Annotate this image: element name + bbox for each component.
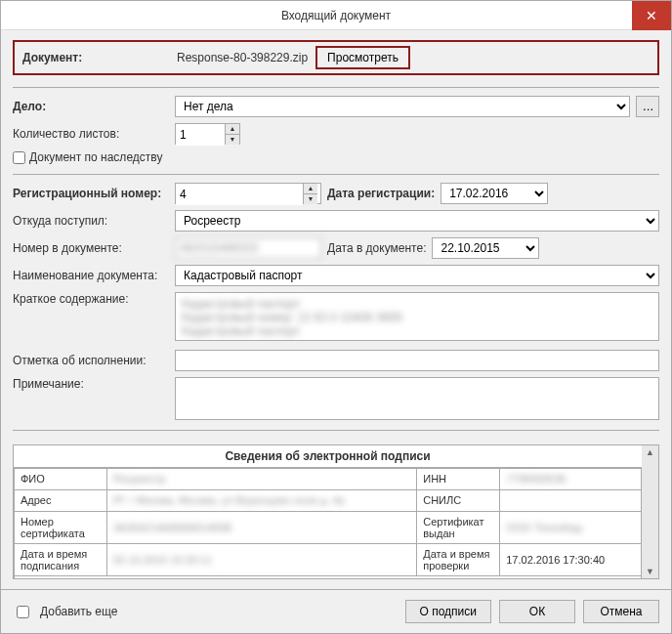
window: Входящий документ ✕ Документ: Response-8… (0, 0, 672, 634)
sig-snils-value (500, 489, 642, 511)
sig-addr-value: РГ г Москва, Москва, ул Воронцово поле д… (113, 494, 345, 506)
signature-scrollbar[interactable]: ▲ ▼ (642, 445, 658, 578)
ok-button[interactable]: ОК (499, 600, 575, 623)
document-file-row: Документ: Response-80-398229.zip Просмот… (13, 40, 659, 75)
close-icon: ✕ (646, 8, 657, 23)
note-label: Примечание: (13, 377, 169, 391)
table-row: Номер сертификата 3A35A21A0000001405B Се… (15, 511, 642, 543)
from-select[interactable]: Росреестр (175, 210, 659, 232)
close-button[interactable]: ✕ (632, 1, 671, 30)
note-textarea[interactable] (175, 377, 659, 420)
table-row: Дата и время подписания 02.10.2015 15:33… (15, 543, 642, 575)
titlebar: Входящий документ ✕ (1, 1, 671, 30)
sig-inn-label: ИНН (417, 468, 500, 489)
docdate-select[interactable]: 22.10.2015 (432, 237, 539, 259)
execution-input[interactable] (175, 350, 659, 371)
docname-select[interactable]: Кадастровый паспорт (175, 265, 659, 286)
sheets-label: Количество листов: (13, 127, 169, 141)
regnum-spinner[interactable]: ▲ ▼ (175, 183, 321, 204)
regdate-label: Дата регистрации: (327, 187, 435, 200)
scroll-up-icon[interactable]: ▲ (646, 445, 654, 459)
sig-inn-value: 7706560536 (506, 473, 566, 485)
case-select[interactable]: Нет дела (175, 96, 630, 117)
sig-checkdate-value: 17.02.2016 17:30:40 (500, 543, 642, 575)
docnum-label: Номер в документе: (13, 241, 169, 255)
about-signature-button[interactable]: О подписи (405, 600, 491, 623)
sig-certnum-label: Номер сертификата (15, 511, 107, 543)
scroll-down-icon[interactable]: ▼ (646, 565, 654, 578)
divider (13, 430, 659, 431)
add-more-label: Добавить еще (40, 605, 117, 618)
view-button[interactable]: Просмотреть (315, 46, 410, 69)
summary-textarea[interactable]: Кадастровый паспорт Кадастровый номер: 2… (175, 292, 659, 341)
sig-addr-label: Адрес (15, 489, 107, 511)
regnum-up-icon[interactable]: ▲ (304, 184, 317, 194)
sig-signdate-value: 02.10.2015 15:33:11 (113, 554, 212, 566)
sheets-up-icon[interactable]: ▲ (226, 124, 239, 135)
regnum-label: Регистрационный номер: (13, 187, 169, 200)
inheritance-checkbox[interactable] (13, 151, 25, 164)
from-label: Откуда поступил: (13, 214, 169, 228)
sheets-input[interactable] (176, 124, 225, 146)
summary-label: Краткое содержание: (13, 292, 169, 306)
sig-certnum-value: 3A35A21A0000001405B (113, 522, 231, 533)
footer: Добавить еще О подписи ОК Отмена (1, 589, 671, 633)
sig-signdate-label: Дата и время подписания (15, 543, 107, 575)
signature-table: ФИО Росреестр ИНН 7706560536 Адрес РГ г … (14, 468, 642, 578)
window-title: Входящий документ (281, 9, 391, 22)
docdate-label: Дата в документе: (327, 241, 426, 255)
docname-label: Наименование документа: (13, 269, 169, 282)
case-label: Дело: (13, 100, 169, 113)
table-row: ФИО Росреестр ИНН 7706560536 (15, 468, 642, 489)
add-more-checkbox[interactable] (17, 606, 29, 618)
sig-fio-value: Росреестр (113, 473, 165, 485)
regnum-input[interactable] (176, 184, 303, 205)
content-area: Документ: Response-80-398229.zip Просмот… (1, 30, 671, 589)
table-row: Не известная ошибка [ID] Сведения о сост… (15, 575, 642, 578)
sheets-down-icon[interactable]: ▼ (226, 135, 239, 145)
execution-label: Отметка об исполнении: (13, 354, 169, 367)
docnum-input[interactable] (175, 237, 321, 259)
case-more-button[interactable]: ... (636, 96, 659, 117)
cancel-button[interactable]: Отмена (583, 600, 659, 623)
document-label: Документ: (22, 51, 169, 64)
regdate-select[interactable]: 17.02.2016 (441, 183, 548, 204)
table-row: Адрес РГ г Москва, Москва, ул Воронцово … (15, 489, 642, 511)
sig-snils-label: СНИЛС (417, 489, 500, 511)
sig-fio-label: ФИО (15, 468, 107, 489)
document-filename: Response-80-398229.zip (177, 51, 308, 64)
divider (13, 174, 659, 175)
inheritance-label: Документ по наследству (29, 150, 162, 164)
sig-certissued-value: ООО ТехноКад (506, 522, 581, 533)
divider (13, 87, 659, 88)
sig-checkdate-label: Дата и время проверки (417, 543, 500, 575)
signature-section: Сведения об электронной подписи ФИО Роср… (13, 444, 659, 579)
regnum-down-icon[interactable]: ▼ (304, 194, 317, 204)
signature-title: Сведения об электронной подписи (14, 445, 642, 468)
sheets-spinner[interactable]: ▲ ▼ (175, 123, 240, 145)
sig-certissued-label: Сертификат выдан (417, 511, 500, 543)
